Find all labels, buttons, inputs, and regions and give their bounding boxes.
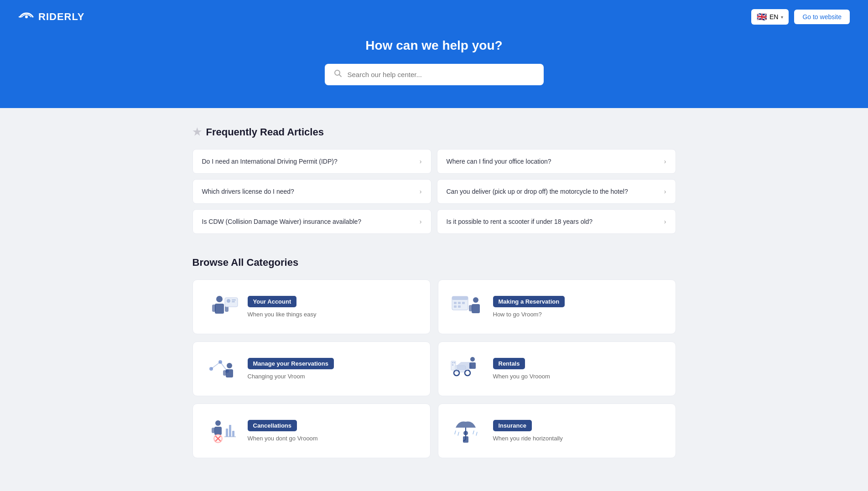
lang-label: EN xyxy=(769,13,778,21)
article-text: Do I need an International Driving Permi… xyxy=(202,158,420,165)
svg-rect-18 xyxy=(472,304,480,313)
category-card-insurance[interactable]: Insurance When you ride horizontally xyxy=(438,403,676,458)
category-badge-account: Your Account xyxy=(248,296,297,307)
chevron-down-icon: ▾ xyxy=(781,15,783,20)
search-input[interactable] xyxy=(348,71,535,78)
svg-rect-49 xyxy=(463,436,468,443)
star-icon: ★ xyxy=(192,126,202,138)
article-text: Is CDW (Collision Damage Waiver) insuran… xyxy=(202,218,420,225)
svg-point-17 xyxy=(473,297,478,303)
logo: RIDERLY xyxy=(18,10,85,23)
goto-website-button[interactable]: Go to website xyxy=(794,10,850,24)
arrow-icon: › xyxy=(420,188,422,195)
category-illustration-account xyxy=(202,291,239,323)
svg-rect-16 xyxy=(458,305,461,308)
main-content: ★ Frequently Read Articles Do I need an … xyxy=(183,108,685,476)
article-item[interactable]: Do I need an International Driving Permi… xyxy=(192,149,431,174)
svg-point-2 xyxy=(216,296,223,302)
svg-point-0 xyxy=(25,16,28,18)
article-text: Which drivers license do I need? xyxy=(202,188,420,195)
category-info-reservation: Making a Reservation How to go Vroom? xyxy=(493,296,665,318)
language-selector[interactable]: 🇬🇧 EN ▾ xyxy=(751,9,789,25)
svg-rect-35 xyxy=(452,364,453,366)
svg-line-23 xyxy=(211,362,220,369)
svg-rect-4 xyxy=(212,305,216,312)
svg-line-53 xyxy=(476,432,477,435)
header: RIDERLY 🇬🇧 EN ▾ Go to website How can we… xyxy=(0,0,868,108)
svg-rect-3 xyxy=(215,304,224,314)
arrow-icon: › xyxy=(664,158,666,165)
category-illustration-cancellations xyxy=(202,415,239,447)
arrow-icon: › xyxy=(664,218,666,225)
category-illustration-reservation xyxy=(447,291,484,323)
svg-rect-42 xyxy=(232,431,234,437)
category-illustration-insurance xyxy=(447,415,484,447)
category-card-cancellations[interactable]: Cancellations When you dont go Vrooom xyxy=(192,403,431,458)
header-right: 🇬🇧 EN ▾ Go to website xyxy=(751,9,850,25)
article-text: Where can I find your office location? xyxy=(447,158,664,165)
category-desc-rentals: When you go Vrooom xyxy=(493,373,665,380)
svg-point-37 xyxy=(215,420,221,426)
svg-point-25 xyxy=(227,363,232,368)
svg-rect-36 xyxy=(454,362,455,363)
category-illustration-rentals xyxy=(447,353,484,385)
category-card-your-account[interactable]: Your Account When you like things easy xyxy=(192,279,431,334)
svg-rect-40 xyxy=(226,429,228,437)
svg-point-30 xyxy=(465,370,470,376)
category-card-rentals[interactable]: Rentals When you go Vrooom xyxy=(438,341,676,396)
category-desc-cancellations: When you dont go Vrooom xyxy=(248,435,419,442)
category-info-cancellations: Cancellations When you dont go Vrooom xyxy=(248,420,419,442)
svg-rect-9 xyxy=(232,301,235,302)
svg-rect-26 xyxy=(226,369,233,377)
article-item[interactable]: Can you deliver (pick up or drop off) th… xyxy=(437,179,676,204)
svg-line-24 xyxy=(220,362,227,371)
svg-rect-12 xyxy=(454,302,457,304)
header-nav: RIDERLY 🇬🇧 EN ▾ Go to website xyxy=(18,9,850,25)
category-desc-manage: Changing your Vroom xyxy=(248,373,419,380)
categories-section: Browse All Categories xyxy=(192,257,676,458)
category-desc-account: When you like things easy xyxy=(248,311,419,318)
search-bar xyxy=(325,64,544,85)
category-info-rentals: Rentals When you go Vrooom xyxy=(493,358,665,380)
category-badge-rentals: Rentals xyxy=(493,358,525,369)
articles-section: ★ Frequently Read Articles Do I need an … xyxy=(192,126,676,234)
svg-rect-27 xyxy=(223,370,226,376)
arrow-icon: › xyxy=(420,218,422,225)
category-desc-reservation: How to go Vroom? xyxy=(493,311,665,318)
header-title: How can we help you? xyxy=(18,38,850,53)
category-badge-reservation: Making a Reservation xyxy=(493,296,565,307)
categories-grid: Your Account When you like things easy xyxy=(192,279,676,458)
article-text: Is it possible to rent a scooter if unde… xyxy=(447,218,664,225)
article-item[interactable]: Where can I find your office location? › xyxy=(437,149,676,174)
svg-rect-38 xyxy=(214,427,222,435)
article-item[interactable]: Is it possible to rent a scooter if unde… xyxy=(437,209,676,234)
logo-icon xyxy=(18,10,35,23)
article-item[interactable]: Is CDW (Collision Damage Waiver) insuran… xyxy=(192,209,431,234)
svg-point-48 xyxy=(463,431,468,435)
articles-grid: Do I need an International Driving Permi… xyxy=(192,149,676,234)
category-badge-cancellations: Cancellations xyxy=(248,420,297,431)
svg-line-52 xyxy=(473,431,474,434)
categories-title: Browse All Categories xyxy=(192,257,676,269)
articles-title: ★ Frequently Read Articles xyxy=(192,126,676,138)
arrow-icon: › xyxy=(664,188,666,195)
arrow-icon: › xyxy=(420,158,422,165)
category-card-reservation[interactable]: Making a Reservation How to go Vroom? xyxy=(438,279,676,334)
svg-rect-15 xyxy=(454,305,457,308)
svg-line-51 xyxy=(458,432,459,435)
svg-rect-41 xyxy=(229,425,231,437)
svg-rect-14 xyxy=(462,302,465,304)
category-card-manage-reservations[interactable]: Manage your Reservations Changing your V… xyxy=(192,341,431,396)
category-info-account: Your Account When you like things easy xyxy=(248,296,419,318)
svg-point-31 xyxy=(470,357,475,362)
category-info-manage: Manage your Reservations Changing your V… xyxy=(248,358,419,380)
svg-rect-19 xyxy=(469,305,472,311)
search-icon xyxy=(334,69,342,80)
svg-point-7 xyxy=(227,299,230,303)
flag-icon: 🇬🇧 xyxy=(757,12,767,22)
category-desc-insurance: When you ride horizontally xyxy=(493,435,665,442)
logo-text: RIDERLY xyxy=(38,11,85,23)
category-info-insurance: Insurance When you ride horizontally xyxy=(493,420,665,442)
article-item[interactable]: Which drivers license do I need? › xyxy=(192,179,431,204)
svg-rect-6 xyxy=(225,298,238,307)
